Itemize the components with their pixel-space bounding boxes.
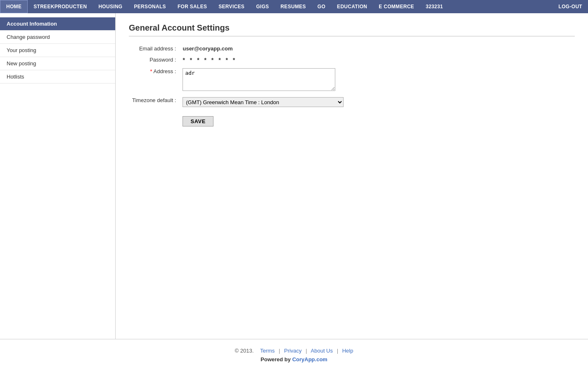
sidebar-item-hotlists[interactable]: Hotlists xyxy=(0,70,115,83)
content-area: General Account Settings Email address :… xyxy=(116,13,588,339)
password-dots: * * * * * * * * xyxy=(183,57,237,63)
nav-services[interactable]: SERVICES xyxy=(213,0,250,13)
footer-terms-link[interactable]: Terms xyxy=(260,348,275,354)
footer-help-link[interactable]: Help xyxy=(342,348,353,354)
timezone-select[interactable]: (GMT) Greenwich Mean Time : London (GMT-… xyxy=(183,97,344,107)
page-title: General Account Settings xyxy=(129,23,575,36)
nav-gigs[interactable]: GIGS xyxy=(250,0,275,13)
sidebar: Account Infomation Change password Your … xyxy=(0,13,116,339)
sep-3: | xyxy=(306,348,307,354)
password-value: * * * * * * * * xyxy=(179,54,347,66)
timezone-label: Timezone default : xyxy=(129,95,179,110)
sidebar-item-change-password[interactable]: Change password xyxy=(0,31,115,44)
nav-education[interactable]: EDUCATION xyxy=(331,0,373,13)
footer-links: © 2013. Terms | Privacy | About Us | Hel… xyxy=(0,348,588,354)
email-row: Email address : user@coryapp.com xyxy=(129,43,347,54)
footer-copyright: © 2013. xyxy=(235,348,254,354)
timezone-cell: (GMT) Greenwich Mean Time : London (GMT-… xyxy=(179,95,347,110)
nav-ecommerce[interactable]: E COMMERCE xyxy=(373,0,420,13)
nav-go[interactable]: GO xyxy=(312,0,331,13)
settings-form: Email address : user@coryapp.com Passwor… xyxy=(129,43,347,129)
powered-by: Powered by CoryApp.com xyxy=(0,356,588,362)
sidebar-item-new-posting[interactable]: New posting xyxy=(0,57,115,70)
email-value: user@coryapp.com xyxy=(179,43,347,54)
footer-privacy-link[interactable]: Privacy xyxy=(284,348,302,354)
nav-resumes[interactable]: RESUMES xyxy=(275,0,311,13)
address-input[interactable]: adr xyxy=(183,68,335,91)
powered-text: Powered by xyxy=(261,356,291,362)
main-nav: HOME STREEKPRODUCTEN HOUSING PERSONALS F… xyxy=(0,0,588,13)
required-star: * xyxy=(150,68,152,74)
sep-2: | xyxy=(279,348,280,354)
email-label: Email address : xyxy=(129,43,179,54)
nav-323231[interactable]: 323231 xyxy=(420,0,449,13)
address-label: *Address : xyxy=(129,66,179,95)
nav-logout[interactable]: LOG-OUT xyxy=(553,0,588,13)
powered-link[interactable]: CoryApp.com xyxy=(292,356,327,362)
save-button-cell: SAVE xyxy=(179,110,347,129)
address-cell: adr xyxy=(179,66,347,95)
timezone-row: Timezone default : (GMT) Greenwich Mean … xyxy=(129,95,347,110)
footer: © 2013. Terms | Privacy | About Us | Hel… xyxy=(0,339,588,369)
nav-streekproducten[interactable]: STREEKPRODUCTEN xyxy=(28,0,92,13)
password-row: Password : * * * * * * * * xyxy=(129,54,347,66)
nav-housing[interactable]: HOUSING xyxy=(92,0,128,13)
sidebar-item-account-info[interactable]: Account Infomation xyxy=(0,17,115,31)
nav-home[interactable]: HOME xyxy=(0,0,28,13)
footer-about-link[interactable]: About Us xyxy=(311,348,333,354)
password-label: Password : xyxy=(129,54,179,66)
main-wrapper: Account Infomation Change password Your … xyxy=(0,13,588,339)
save-button[interactable]: SAVE xyxy=(183,116,213,126)
address-row: *Address : adr xyxy=(129,66,347,95)
save-label-cell xyxy=(129,110,179,129)
sidebar-item-your-posting[interactable]: Your posting xyxy=(0,44,115,57)
save-row: SAVE xyxy=(129,110,347,129)
sep-4: | xyxy=(337,348,338,354)
nav-personals[interactable]: PERSONALS xyxy=(128,0,172,13)
nav-for-sales[interactable]: FOR SALES xyxy=(172,0,213,13)
